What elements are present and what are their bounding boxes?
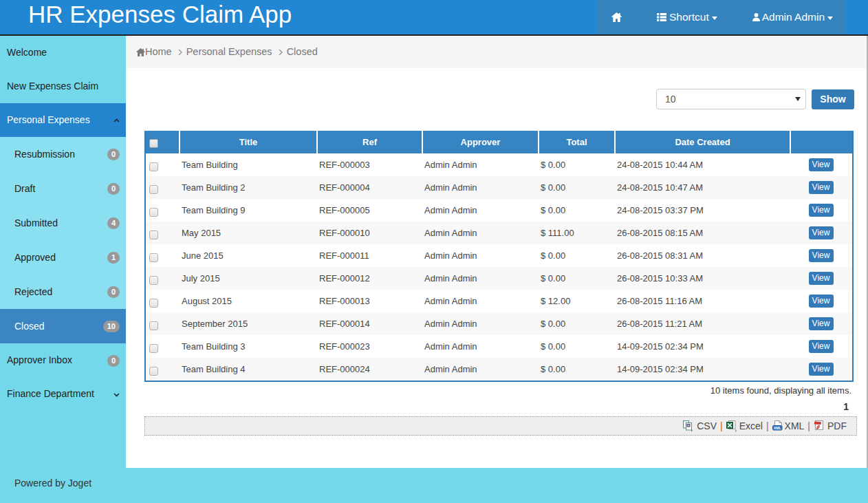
svg-text:XML: XML: [773, 425, 781, 429]
